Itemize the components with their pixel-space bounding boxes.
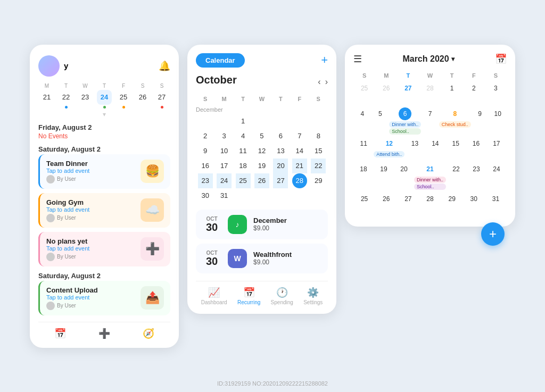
week-day-6[interactable]: S27	[153, 83, 170, 109]
cal2-cell[interactable]: 29	[311, 173, 326, 188]
cal3-cell[interactable]: 19	[374, 163, 394, 190]
footer-calendar-icon[interactable]: 📅	[54, 328, 66, 339]
cal3-cell[interactable]: 28	[419, 193, 441, 216]
cal2-cell[interactable]: 30	[198, 188, 213, 203]
cal2-row: 2345678	[196, 129, 328, 144]
cal2-cell[interactable]: 7	[292, 129, 307, 144]
cal2-cell[interactable]: 6	[273, 129, 288, 144]
event-card[interactable]: Team Dinner Tap to add event By User 🍔	[38, 154, 170, 189]
event-card[interactable]: No plans yet Tap to add event By User ➕	[38, 232, 170, 266]
week-day-2[interactable]: W23	[77, 83, 94, 109]
cal2-cell[interactable]: 17	[217, 159, 232, 173]
chevron-down-icon[interactable]: ▾	[38, 111, 170, 118]
cal3-cell[interactable]: 22	[446, 163, 466, 190]
cal2-cell	[273, 114, 288, 129]
event-username: By User	[57, 215, 76, 221]
cal3-cell[interactable]: 24	[486, 163, 507, 190]
calendar-icon-top[interactable]: 📅	[495, 53, 507, 65]
subscription-item[interactable]: OCT 30 W Wealthfront $9.00	[196, 244, 328, 273]
cal3-cell[interactable]: 30	[463, 193, 485, 216]
footer-nav-recurring[interactable]: 📅 Recurring	[237, 287, 260, 305]
cal3-cell[interactable]: 7	[421, 107, 439, 135]
cal3-cell[interactable]: 3	[485, 82, 507, 105]
cal2-cell[interactable]: 12	[254, 144, 269, 159]
cal2-cell[interactable]: 26	[254, 173, 269, 188]
cal3-cell[interactable]: 25	[353, 82, 375, 105]
footer-nav-dashboard[interactable]: 📈 Dashboard	[201, 287, 227, 305]
cal3-cell[interactable]: 5	[371, 107, 390, 135]
cal3-cell[interactable]: 13	[404, 137, 425, 161]
cal3-cell[interactable]: 31	[485, 193, 507, 216]
cal2-cell[interactable]: 10	[217, 144, 232, 159]
cal2-cell[interactable]: 19	[254, 159, 269, 173]
footer-compass-icon[interactable]: 🧭	[143, 328, 154, 339]
cal2-cell[interactable]: 13	[273, 144, 288, 159]
fab-add-button[interactable]: +	[481, 222, 505, 246]
cal2-cell[interactable]: 2	[198, 129, 213, 144]
week-day-5[interactable]: S26	[134, 83, 151, 109]
footer-add-icon[interactable]: ➕	[98, 328, 110, 339]
cal3-cell[interactable]: 25	[353, 193, 375, 216]
cal2-cell[interactable]: 14	[292, 144, 307, 159]
cal2-cell[interactable]: 15	[311, 144, 326, 159]
cal2-cell[interactable]: 16	[198, 159, 213, 173]
plus-icon[interactable]: +	[321, 53, 328, 67]
cal3-cell[interactable]: 27	[397, 82, 419, 105]
prev-month-button[interactable]: ‹	[318, 77, 320, 87]
cal2-cell[interactable]: 28	[292, 173, 307, 188]
subscription-item[interactable]: OCT 30 ♪ December $9.00	[196, 210, 328, 239]
cal2-cell[interactable]: 22	[311, 159, 326, 173]
calendar-button[interactable]: Calendar	[196, 53, 245, 68]
cal3-cell[interactable]: 1	[441, 82, 463, 105]
next-month-button[interactable]: ›	[325, 77, 328, 87]
cal2-cell[interactable]: 31	[217, 188, 232, 203]
sub-date: OCT 30	[202, 250, 221, 266]
cal2-cell[interactable]: 5	[254, 129, 269, 144]
week-day-label: W	[82, 83, 87, 89]
cal3-cell[interactable]: 2	[463, 82, 485, 105]
cal2-cell[interactable]: 21	[292, 159, 307, 173]
cal3-cell[interactable]: 6Dinner with..School..	[389, 107, 421, 135]
cal3-cell[interactable]: 15	[445, 137, 466, 161]
cal3-cell[interactable]: 27	[397, 193, 419, 216]
event-card[interactable]: Going Gym Tap to add event By User ☁️	[38, 193, 170, 228]
week-day-0[interactable]: M21	[38, 83, 55, 109]
cal3-cell[interactable]: 10	[489, 107, 507, 135]
cal3-cell[interactable]: 26	[375, 82, 397, 105]
week-day-4[interactable]: F25	[115, 83, 132, 109]
cal2-cell[interactable]: 20	[273, 159, 288, 173]
cal2-cell[interactable]: 8	[311, 129, 326, 144]
week-day-3[interactable]: T24	[96, 83, 113, 109]
cal2-cell[interactable]: 3	[217, 129, 232, 144]
cal3-cell[interactable]: 21Dinner with..School..	[414, 163, 446, 190]
cal2-cell[interactable]: 1	[236, 114, 251, 129]
cal3-cell[interactable]: 11	[353, 137, 374, 161]
cal3-cell[interactable]: 12Attend bith..	[374, 137, 404, 161]
cal3-cell[interactable]: 28	[419, 82, 441, 105]
week-day-1[interactable]: T22	[57, 83, 75, 109]
footer-nav-spending[interactable]: 🕐 Spending	[271, 287, 293, 305]
cal2-cell[interactable]: 4	[236, 129, 251, 144]
cal3-cell[interactable]: 23	[466, 163, 486, 190]
cal2-cell[interactable]: 9	[198, 144, 213, 159]
cal2-cell[interactable]: 18	[236, 159, 251, 173]
cal3-cell[interactable]: 29	[441, 193, 463, 216]
cal2-cell[interactable]: 24	[217, 173, 232, 188]
cal2-cell[interactable]: 23	[198, 173, 213, 188]
cal3-cell[interactable]: 16	[466, 137, 486, 161]
cal2-cell[interactable]: 27	[273, 173, 288, 188]
bell-icon[interactable]: 🔔	[159, 60, 170, 72]
cal3-cell[interactable]: 20	[394, 163, 414, 190]
cal3-cell[interactable]: 14	[425, 137, 445, 161]
cal3-cell[interactable]: 18	[353, 163, 374, 190]
hamburger-icon[interactable]: ☰	[353, 53, 362, 65]
cal2-cell[interactable]: 25	[236, 173, 251, 188]
cal3-cell[interactable]: 17	[486, 137, 507, 161]
cal3-cell[interactable]: 26	[375, 193, 397, 216]
cal3-cell[interactable]: 8Check stud..	[439, 107, 471, 135]
event-card[interactable]: Content Upload Tap to add event By User …	[38, 281, 170, 315]
cal3-cell[interactable]: 4	[353, 107, 371, 135]
footer-nav-settings[interactable]: ⚙️ Settings	[303, 287, 323, 305]
cal3-cell[interactable]: 9	[471, 107, 489, 135]
cal2-cell[interactable]: 11	[236, 144, 251, 159]
